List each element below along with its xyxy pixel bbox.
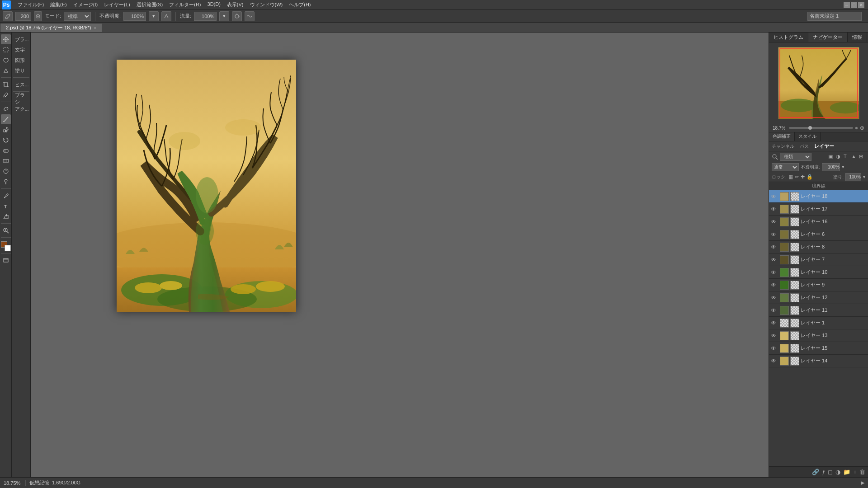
layer-visibility-icon[interactable]: 👁 xyxy=(771,193,777,200)
layer-row[interactable]: 👁レイヤー 14 xyxy=(769,355,868,367)
filter-smart-icon[interactable]: ⊞ xyxy=(859,154,865,160)
filter-type-icon[interactable]: T xyxy=(844,154,850,160)
lasso-tool[interactable] xyxy=(1,55,11,65)
fill-label-btn[interactable]: 塗り xyxy=(13,66,29,75)
background-color[interactable] xyxy=(5,245,11,251)
layer-row[interactable]: 👁レイヤー 8 xyxy=(769,241,868,253)
lock-position-icon[interactable]: ✚ xyxy=(801,174,805,180)
menu-item-image[interactable]: イメージ(I) xyxy=(70,0,101,9)
menu-item-3d[interactable]: 3D(D) xyxy=(204,0,224,9)
nav-slider-thumb[interactable] xyxy=(808,126,812,130)
airbrush-button[interactable] xyxy=(232,11,242,21)
status-arrow[interactable]: ▶ xyxy=(861,480,864,486)
layer-visibility-icon[interactable]: 👁 xyxy=(771,269,777,276)
new-adjustment-button[interactable]: ◑ xyxy=(835,469,840,475)
marquee-tool[interactable] xyxy=(1,45,11,55)
menu-item-view[interactable]: 表示(V) xyxy=(224,0,247,9)
add-style-button[interactable]: ƒ xyxy=(822,469,825,475)
pressure-opacity-button[interactable] xyxy=(161,11,171,21)
document-tab[interactable]: 2.psd @ 18.7% (レイヤー 18, RGB/8*) × xyxy=(0,23,102,32)
tab-histogram[interactable]: ヒストグラム xyxy=(769,33,808,42)
menu-item-edit[interactable]: 編集(E) xyxy=(47,0,70,9)
brush2-label-btn[interactable]: ブラシ xyxy=(13,94,29,103)
blur-tool[interactable] xyxy=(1,166,11,176)
lock-pixels-icon[interactable]: ✏ xyxy=(795,174,799,180)
lock-transparent-icon[interactable]: ▦ xyxy=(788,174,793,180)
fill-value-input[interactable] xyxy=(845,173,861,181)
layer-visibility-icon[interactable]: 👁 xyxy=(771,358,777,364)
menu-item-select[interactable]: 選択範囲(S) xyxy=(133,0,166,9)
nav-zoom-slider[interactable] xyxy=(789,127,853,129)
menu-item-filter[interactable]: フィルター(R) xyxy=(166,0,204,9)
flow-input[interactable] xyxy=(194,12,217,21)
clone-stamp-tool[interactable] xyxy=(1,125,11,135)
tab-style[interactable]: スタイル xyxy=(795,132,821,141)
channel-tab[interactable]: チャンネル xyxy=(772,143,794,150)
history-brush-tool[interactable] xyxy=(1,135,11,145)
delete-layer-button[interactable]: 🗑 xyxy=(859,469,865,475)
type-tool[interactable]: T xyxy=(1,201,11,211)
artwork[interactable] xyxy=(117,60,296,312)
path-select-tool[interactable] xyxy=(1,211,11,221)
tab-navigator[interactable]: ナビゲーター xyxy=(808,33,848,42)
menu-item-window[interactable]: ウィンドウ(W) xyxy=(247,0,286,9)
opacity-value-input[interactable] xyxy=(822,163,840,171)
color-picker[interactable] xyxy=(1,241,11,251)
tab-tone-correction[interactable]: 色調補正 xyxy=(769,132,795,141)
screen-mode-button[interactable] xyxy=(1,255,11,265)
tab-close-button[interactable]: × xyxy=(94,26,96,30)
menu-item-file[interactable]: ファイル(F) xyxy=(14,0,47,9)
layer-row[interactable]: 👁レイヤー 16 xyxy=(769,216,868,228)
blend-mode-select[interactable]: 通常 xyxy=(772,163,799,171)
pen-tool[interactable] xyxy=(1,191,11,201)
close-button[interactable]: ✕ xyxy=(858,2,864,8)
layer-row[interactable]: 👁レイヤー 6 xyxy=(769,228,868,241)
layer-visibility-icon[interactable]: 👁 xyxy=(771,231,777,238)
layer-row[interactable]: 👁レイヤー 10 xyxy=(769,266,868,279)
zoom-tool[interactable] xyxy=(1,225,11,235)
lock-all-icon[interactable]: 🔒 xyxy=(807,174,813,180)
tab-info[interactable]: 情報 xyxy=(848,33,867,42)
flow-arrow[interactable]: ▾ xyxy=(219,11,229,21)
eyedropper-tool[interactable] xyxy=(1,90,11,100)
quick-select-tool[interactable] xyxy=(1,66,11,75)
brush-size-input[interactable] xyxy=(15,12,31,21)
filter-shape-icon[interactable]: ▲ xyxy=(851,154,858,160)
opacity-input[interactable] xyxy=(123,12,146,21)
layer-row[interactable]: 👁レイヤー 12 xyxy=(769,291,868,304)
filter-pixel-icon[interactable]: ▣ xyxy=(828,154,835,160)
layer-row[interactable]: 👁レイヤー 17 xyxy=(769,203,868,216)
preset-name-input[interactable] xyxy=(807,12,862,21)
gradient-tool[interactable] xyxy=(1,156,11,166)
layer-visibility-icon[interactable]: 👁 xyxy=(771,244,777,250)
layers-tab[interactable]: レイヤー xyxy=(814,143,834,150)
canvas-area[interactable] xyxy=(31,33,769,477)
layer-row[interactable]: 👁レイヤー 18 xyxy=(769,190,868,203)
layer-row[interactable]: 👁レイヤー 9 xyxy=(769,279,868,291)
layer-visibility-icon[interactable]: 👁 xyxy=(771,219,777,225)
brush-tool-icon[interactable] xyxy=(3,11,13,21)
action-label-btn[interactable]: アク... xyxy=(13,104,29,114)
filter-adjustment-icon[interactable]: ◑ xyxy=(836,154,842,160)
layer-visibility-icon[interactable]: 👁 xyxy=(771,320,777,326)
text-label-btn[interactable]: 文字 xyxy=(13,45,29,55)
layer-visibility-icon[interactable]: 👁 xyxy=(771,295,777,301)
layer-visibility-icon[interactable]: 👁 xyxy=(771,333,777,339)
brush-label-btn[interactable]: ブラ... xyxy=(13,34,29,44)
menu-item-help[interactable]: ヘルプ(H) xyxy=(286,0,314,9)
layer-visibility-icon[interactable]: 👁 xyxy=(771,307,777,314)
crop-tool[interactable] xyxy=(1,80,11,89)
dodge-tool[interactable] xyxy=(1,177,11,187)
smoothing-button[interactable] xyxy=(245,11,255,21)
layer-row[interactable]: 👁レイヤー 13 xyxy=(769,329,868,342)
layer-row[interactable]: 👁レイヤー 15 xyxy=(769,342,868,355)
layer-visibility-icon[interactable]: 👁 xyxy=(771,206,777,212)
fill-arrow[interactable]: ▾ xyxy=(863,174,865,179)
layer-visibility-icon[interactable]: 👁 xyxy=(771,282,777,288)
link-layers-button[interactable]: 🔗 xyxy=(812,469,819,475)
mode-select[interactable]: 標準 xyxy=(64,12,91,21)
brush-tool[interactable] xyxy=(1,114,11,124)
path-tab[interactable]: パス xyxy=(800,143,809,150)
move-tool[interactable] xyxy=(1,34,11,44)
minimize-button[interactable]: ─ xyxy=(844,2,850,8)
